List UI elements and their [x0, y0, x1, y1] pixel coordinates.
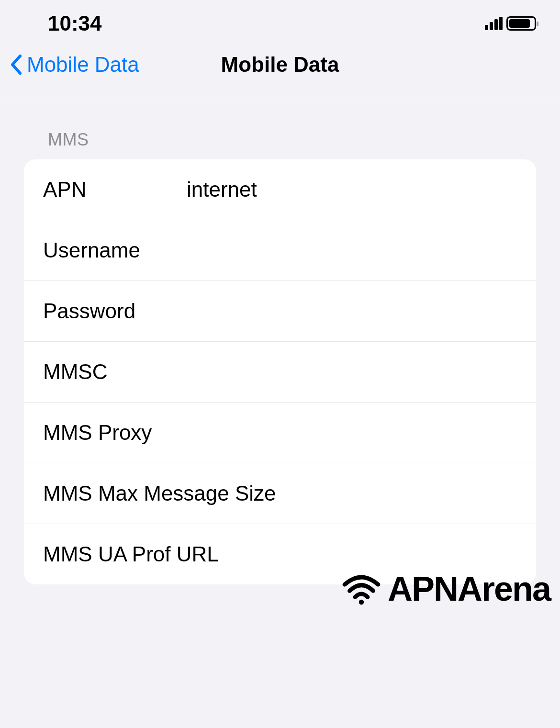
row-label: Password — [43, 299, 187, 323]
content-area: MMS APN Username Password MMSC MMS Proxy… — [0, 96, 560, 584]
back-label: Mobile Data — [27, 53, 139, 77]
apn-input[interactable] — [187, 178, 517, 202]
row-label: MMS Proxy — [43, 421, 187, 445]
settings-row-mms-max-size[interactable]: MMS Max Message Size — [24, 463, 536, 524]
password-input[interactable] — [187, 299, 517, 323]
row-label: APN — [43, 178, 187, 202]
row-label: MMS UA Prof URL — [43, 542, 219, 566]
row-label: MMS Max Message Size — [43, 482, 276, 505]
page-title: Mobile Data — [221, 53, 339, 77]
row-label: Username — [43, 238, 187, 262]
section-header: MMS — [24, 130, 536, 159]
svg-point-0 — [359, 600, 364, 605]
row-label: MMSC — [43, 360, 187, 384]
settings-row-mmsc[interactable]: MMSC — [24, 342, 536, 403]
chevron-left-icon — [10, 54, 22, 75]
watermark-logo: APNArena — [340, 569, 550, 608]
status-time: 10:34 — [48, 11, 102, 35]
battery-icon — [506, 16, 536, 31]
settings-group: APN Username Password MMSC MMS Proxy MMS… — [24, 159, 536, 584]
settings-row-mms-proxy[interactable]: MMS Proxy — [24, 403, 536, 463]
back-button[interactable]: Mobile Data — [10, 53, 139, 77]
wifi-icon — [340, 572, 383, 605]
status-bar: 10:34 — [0, 0, 560, 38]
status-icons — [485, 16, 536, 31]
settings-row-apn[interactable]: APN — [24, 159, 536, 220]
mms-ua-prof-input[interactable] — [219, 542, 517, 566]
signal-icon — [485, 17, 503, 30]
mms-max-size-input[interactable] — [276, 482, 517, 505]
watermark-text: APNArena — [388, 569, 550, 608]
mmsc-input[interactable] — [187, 360, 517, 384]
mms-proxy-input[interactable] — [187, 421, 517, 445]
nav-bar: Mobile Data Mobile Data — [0, 38, 560, 96]
settings-row-username[interactable]: Username — [24, 220, 536, 281]
settings-row-password[interactable]: Password — [24, 281, 536, 342]
username-input[interactable] — [187, 238, 517, 262]
